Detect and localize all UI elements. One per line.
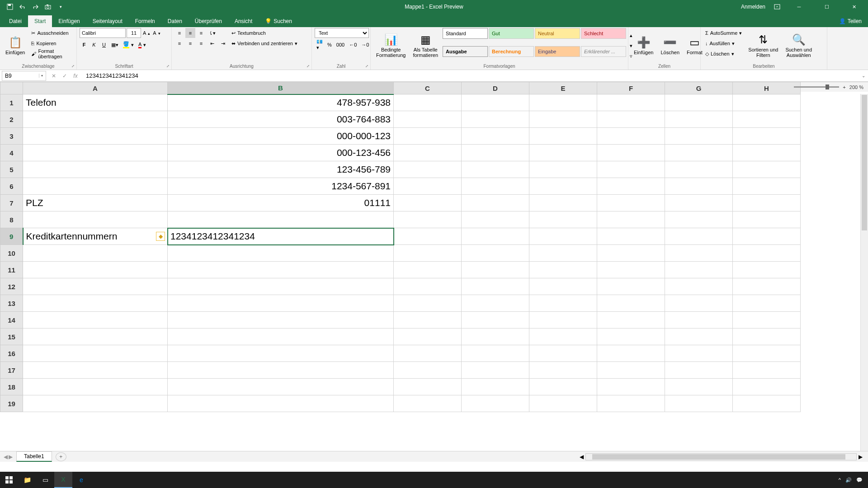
font-color-button[interactable]: A▾	[137, 40, 148, 50]
cell-D11[interactable]	[462, 262, 529, 278]
vertical-scrollbar[interactable]	[860, 94, 868, 451]
row-header-13[interactable]: 13	[0, 295, 23, 312]
cell-H3[interactable]	[733, 128, 801, 145]
border-button[interactable]: ▦▾	[109, 40, 120, 50]
cell-C2[interactable]	[394, 111, 462, 128]
fill-button[interactable]: ↓Ausfüllen▾	[703, 38, 744, 48]
cell-C9[interactable]	[394, 228, 462, 245]
cell-C1[interactable]	[394, 94, 462, 111]
cell-G19[interactable]	[665, 395, 733, 412]
cell-B10[interactable]	[168, 245, 394, 262]
cell-A18[interactable]	[23, 379, 168, 395]
cell-G17[interactable]	[665, 362, 733, 379]
percent-button[interactable]: %	[326, 40, 334, 50]
cell-F3[interactable]	[597, 128, 665, 145]
cell-B3[interactable]: 000-000-123	[168, 128, 394, 145]
cell-A1[interactable]: Telefon	[23, 94, 168, 111]
align-middle-button[interactable]: ≡	[185, 28, 195, 38]
tab-nav-prev[interactable]: ◀	[4, 454, 8, 460]
style-neutral[interactable]: Neutral	[535, 28, 580, 39]
cell-D12[interactable]	[462, 278, 529, 295]
cell-F7[interactable]	[597, 195, 665, 211]
style-ausgabe[interactable]: Ausgabe	[443, 46, 488, 57]
wrap-text-button[interactable]: ↩Textumbruch	[230, 28, 299, 38]
row-header-6[interactable]: 6	[0, 178, 23, 195]
cell-A8[interactable]	[23, 211, 168, 228]
cell-C15[interactable]	[394, 328, 462, 345]
row-header-16[interactable]: 16	[0, 345, 23, 362]
cell-E16[interactable]	[529, 345, 597, 362]
cell-G9[interactable]	[665, 228, 733, 245]
tab-suchen[interactable]: 💡Suchen	[259, 15, 298, 27]
smart-tag-icon[interactable]: ◆	[156, 232, 165, 241]
cell-C10[interactable]	[394, 245, 462, 262]
column-header-F[interactable]: F	[597, 82, 665, 94]
decrease-font-button[interactable]: A▾	[152, 28, 161, 38]
bold-button[interactable]: F	[80, 40, 89, 50]
cell-D14[interactable]	[462, 312, 529, 328]
cell-E17[interactable]	[529, 362, 597, 379]
cell-B15[interactable]	[168, 328, 394, 345]
close-button[interactable]: ✕	[844, 0, 864, 14]
cell-F5[interactable]	[597, 161, 665, 178]
cell-H5[interactable]	[733, 161, 801, 178]
cell-E19[interactable]	[529, 395, 597, 412]
cell-E9[interactable]	[529, 228, 597, 245]
cancel-formula-button[interactable]: ✕	[49, 73, 59, 79]
name-box[interactable]: B9▾	[2, 71, 46, 81]
cell-D19[interactable]	[462, 395, 529, 412]
tab-ansicht[interactable]: Ansicht	[228, 15, 259, 27]
cell-D16[interactable]	[462, 345, 529, 362]
qat-customize-icon[interactable]: ▾	[56, 2, 65, 11]
redo-icon[interactable]	[31, 2, 40, 11]
cell-E14[interactable]	[529, 312, 597, 328]
start-button[interactable]	[0, 472, 18, 488]
cell-B9[interactable]: 1234123412341234◆	[168, 228, 394, 245]
cell-E13[interactable]	[529, 295, 597, 312]
increase-indent-button[interactable]: ⇥	[218, 38, 228, 48]
undo-icon[interactable]	[18, 2, 27, 11]
cell-D3[interactable]	[462, 128, 529, 145]
cell-D18[interactable]	[462, 379, 529, 395]
cell-F18[interactable]	[597, 379, 665, 395]
italic-button[interactable]: K	[90, 40, 99, 50]
formula-input[interactable]	[83, 71, 859, 81]
row-header-19[interactable]: 19	[0, 395, 23, 412]
cell-G11[interactable]	[665, 262, 733, 278]
row-header-11[interactable]: 11	[0, 262, 23, 278]
cell-H8[interactable]	[733, 211, 801, 228]
cell-D10[interactable]	[462, 245, 529, 262]
cell-H2[interactable]	[733, 111, 801, 128]
row-header-12[interactable]: 12	[0, 278, 23, 295]
chevron-down-icon[interactable]: ▾	[39, 74, 43, 78]
cell-C18[interactable]	[394, 379, 462, 395]
formula-expand-button[interactable]: ⌄	[859, 73, 868, 78]
cell-B5[interactable]: 123-456-789	[168, 161, 394, 178]
row-header-4[interactable]: 4	[0, 145, 23, 161]
cell-E6[interactable]	[529, 178, 597, 195]
cell-F4[interactable]	[597, 145, 665, 161]
cell-F2[interactable]	[597, 111, 665, 128]
cell-D1[interactable]	[462, 94, 529, 111]
column-header-C[interactable]: C	[394, 82, 462, 94]
style-eingabe[interactable]: Eingabe	[535, 46, 580, 57]
cell-H15[interactable]	[733, 328, 801, 345]
cell-B2[interactable]: 003-764-883	[168, 111, 394, 128]
tab-ueberpruefen[interactable]: Überprüfen	[189, 15, 228, 27]
cell-E12[interactable]	[529, 278, 597, 295]
find-select-button[interactable]: 🔍Suchen und Auswählen	[783, 28, 815, 63]
cell-F15[interactable]	[597, 328, 665, 345]
style-standard[interactable]: Standard	[443, 28, 488, 39]
style-berechnung[interactable]: Berechnung	[489, 46, 534, 57]
cell-F19[interactable]	[597, 395, 665, 412]
cell-B7[interactable]: 01111	[168, 195, 394, 211]
add-sheet-button[interactable]: +	[56, 452, 66, 461]
column-header-E[interactable]: E	[529, 82, 597, 94]
cell-G14[interactable]	[665, 312, 733, 328]
fill-color-button[interactable]: 🪣▾	[121, 40, 136, 50]
cell-G4[interactable]	[665, 145, 733, 161]
align-center-button[interactable]: ≡	[185, 38, 195, 48]
number-expand-icon[interactable]: ⤢	[365, 64, 368, 68]
cell-F9[interactable]	[597, 228, 665, 245]
currency-button[interactable]: 💶▾	[315, 40, 325, 50]
